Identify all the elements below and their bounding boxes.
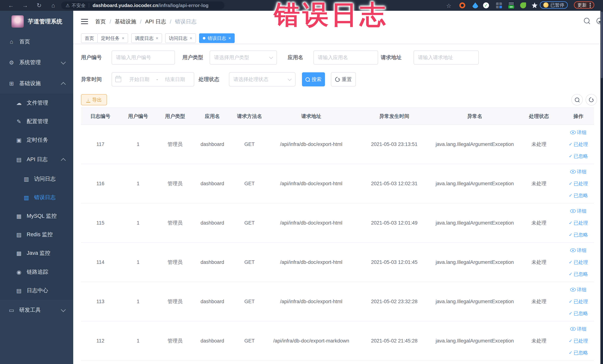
calendar-icon xyxy=(115,77,121,82)
detail-link[interactable]: 详细 xyxy=(570,244,587,256)
chevron-up-icon xyxy=(61,158,66,163)
sidebar: 芋道管理系统 首页 系统管理 基础设施 文件管理 配置管理 定时任务 xyxy=(0,11,73,364)
process-status-select[interactable]: 请选择处理状态 xyxy=(229,72,295,86)
refresh-table-button[interactable] xyxy=(586,94,597,106)
exception-time-range-picker[interactable]: 开始日期 - 结束日期 xyxy=(112,72,194,86)
extension-shield-icon[interactable] xyxy=(472,2,478,8)
sidebar-item-api-log[interactable]: API 日志 xyxy=(0,150,73,169)
close-icon[interactable]: × xyxy=(156,35,158,41)
address-bar[interactable]: 不安全 dashboard.yudao.iocoder.cn/infra/log… xyxy=(61,1,224,9)
sidebar-item-redis-monitor[interactable]: Redis 监控 xyxy=(0,225,73,244)
ignored-link[interactable]: 已忽略 xyxy=(569,268,588,280)
eye-icon xyxy=(570,209,576,213)
extension-check-icon[interactable] xyxy=(483,2,489,8)
extension-leaf-icon[interactable] xyxy=(520,2,526,8)
extension-switch-icon[interactable]: on xyxy=(508,2,515,9)
reload-icon[interactable] xyxy=(35,1,43,10)
breadcrumb-home[interactable]: 首页 xyxy=(95,18,106,25)
ignored-link[interactable]: 已忽略 xyxy=(569,307,588,319)
extension-grid-icon[interactable] xyxy=(496,2,502,8)
sidebar-item-mysql-monitor[interactable]: MySQL 监控 xyxy=(0,207,73,225)
user-type-label: 用户类型 xyxy=(182,50,203,65)
sidebar-item-file-management[interactable]: 文件管理 xyxy=(0,94,73,112)
scrollbar-thumb[interactable] xyxy=(601,12,603,78)
check-icon xyxy=(569,181,572,186)
search-button[interactable]: 搜索 xyxy=(302,72,325,86)
table-row: 115 1 管理员 dashboard GET /api/infra/db-do… xyxy=(81,203,594,243)
processed-link[interactable]: 已处理 xyxy=(569,256,588,268)
detail-link[interactable]: 详细 xyxy=(570,205,587,217)
ignored-link[interactable]: 已忽略 xyxy=(569,150,588,162)
status-badge: 未处理 xyxy=(515,125,563,164)
check-icon xyxy=(569,153,572,159)
reset-button[interactable]: 重置 xyxy=(331,72,356,86)
home-icon[interactable] xyxy=(49,1,58,10)
main-content: 首页 / 基础设施 / API 日志 / 错误日志 TT xyxy=(73,11,603,364)
user-id-input[interactable] xyxy=(112,50,175,65)
breadcrumb-api-log[interactable]: API 日志 xyxy=(145,18,166,25)
request-url-input[interactable] xyxy=(414,50,479,65)
processed-link[interactable]: 已处理 xyxy=(569,138,588,150)
processed-link[interactable]: 已处理 xyxy=(569,295,588,307)
doc-edit-icon xyxy=(23,194,30,201)
sidebar-item-scheduled-tasks[interactable]: 定时任务 xyxy=(0,131,73,149)
sidebar-item-trace[interactable]: 链路追踪 xyxy=(0,263,73,281)
sidebar-item-java-monitor[interactable]: Java 监控 xyxy=(0,244,73,262)
status-badge: 未处理 xyxy=(515,164,563,203)
sidebar-item-dev-tools[interactable]: 研发工具 xyxy=(0,301,73,319)
sidebar-item-infrastructure[interactable]: 基础设施 xyxy=(0,74,73,93)
forward-icon[interactable] xyxy=(21,1,29,10)
redis-icon xyxy=(16,231,22,238)
status-badge: 未处理 xyxy=(515,243,563,282)
detail-link[interactable]: 详细 xyxy=(570,284,587,295)
app-name-input[interactable] xyxy=(313,50,378,65)
ignored-link[interactable]: 已忽略 xyxy=(569,229,588,241)
col-user-type: 用户类型 xyxy=(156,108,194,125)
log-icon xyxy=(16,156,22,163)
processed-link[interactable]: 已处理 xyxy=(569,335,588,347)
start-date-placeholder: 开始日期 xyxy=(124,76,155,83)
breadcrumb-infrastructure[interactable]: 基础设施 xyxy=(115,18,136,25)
tab-access-log[interactable]: 访问日志× xyxy=(165,33,196,43)
ignored-link[interactable]: 已忽略 xyxy=(569,189,588,201)
sidebar-item-log-center[interactable]: 日志中心 xyxy=(0,281,73,300)
sidebar-item-access-log[interactable]: 访问日志 xyxy=(0,170,73,188)
export-button[interactable]: 导出 xyxy=(81,94,107,105)
tab-home[interactable]: 首页 xyxy=(81,33,98,43)
user-type-select[interactable]: 请选择用户类型 xyxy=(210,50,277,65)
tab-scheduled-tasks[interactable]: 定时任务× xyxy=(97,33,128,43)
table-row: 116 1 管理员 dashboard GET /api/infra/db-do… xyxy=(81,164,594,203)
detail-link[interactable]: 详细 xyxy=(570,166,587,178)
tab-error-log[interactable]: 错误日志× xyxy=(199,33,235,43)
search-icon[interactable] xyxy=(583,18,591,26)
sidebar-item-error-log[interactable]: 错误日志 xyxy=(0,188,73,207)
error-log-table: 日志编号 用户编号 用户类型 应用名 请求方法名 请求地址 异常发生时间 异常名… xyxy=(81,107,594,361)
sidebar-item-home[interactable]: 首页 xyxy=(0,33,73,51)
check-icon xyxy=(569,193,572,198)
close-icon[interactable]: × xyxy=(228,35,231,41)
extensions-puzzle-icon[interactable] xyxy=(532,2,538,8)
close-icon[interactable]: × xyxy=(190,35,192,41)
close-icon[interactable]: × xyxy=(122,35,124,41)
sidebar-item-system-management[interactable]: 系统管理 xyxy=(0,53,73,72)
processed-link[interactable]: 已处理 xyxy=(569,178,588,189)
chevron-down-icon xyxy=(61,307,66,312)
back-icon[interactable] xyxy=(7,1,15,10)
tab-schedule-log[interactable]: 调度日志× xyxy=(131,33,162,43)
paused-extension-badge[interactable]: 已暂停 xyxy=(540,1,568,9)
extension-ring-icon[interactable] xyxy=(459,2,465,8)
toggle-search-button[interactable] xyxy=(571,94,583,106)
detail-link[interactable]: 详细 xyxy=(570,127,587,138)
app-logo[interactable]: 芋道管理系统 xyxy=(0,11,73,32)
app-title: 芋道管理系统 xyxy=(28,18,62,25)
processed-link[interactable]: 已处理 xyxy=(569,217,588,229)
user-id-label: 用户编号 xyxy=(81,50,102,65)
sidebar-item-config-management[interactable]: 配置管理 xyxy=(0,112,73,131)
bookmark-star-icon[interactable] xyxy=(444,1,453,10)
detail-link[interactable]: 详细 xyxy=(570,323,587,335)
ignored-link[interactable]: 已忽略 xyxy=(569,347,588,359)
collapse-menu-icon[interactable] xyxy=(81,19,88,24)
browser-update-button[interactable]: 更新 xyxy=(574,1,594,9)
col-url: 请求地址 xyxy=(268,108,354,125)
breadcrumb: 首页 / 基础设施 / API 日志 / 错误日志 xyxy=(95,11,197,33)
